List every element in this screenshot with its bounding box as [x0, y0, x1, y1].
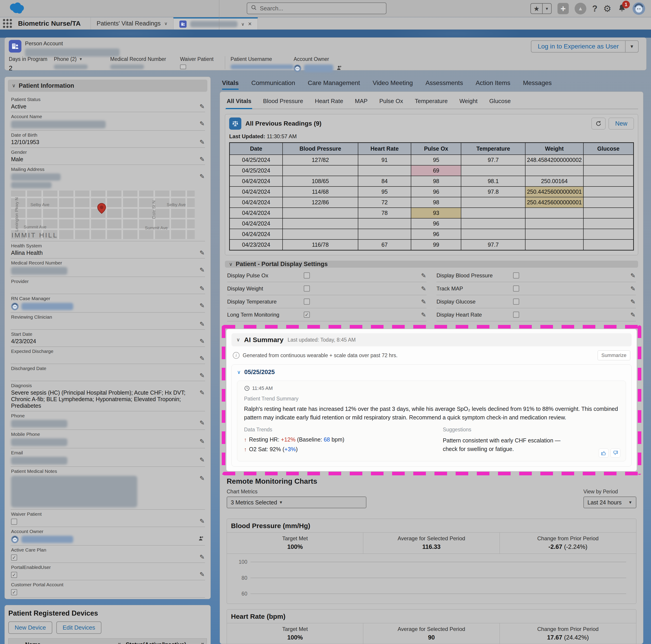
ai-date-toggle[interactable]: ∨ 05/25/2025: [237, 369, 626, 376]
tab-dropdown-icon[interactable]: ∨: [241, 22, 245, 27]
subtab-pulse-ox[interactable]: Pulse Ox: [379, 98, 403, 105]
tab-communication[interactable]: Communication: [251, 79, 295, 87]
setup-gear-icon[interactable]: ⚙: [603, 3, 611, 14]
checkbox-portalenableduser[interactable]: ✓: [11, 572, 17, 578]
subtab-glucose[interactable]: Glucose: [489, 98, 510, 105]
nav-tab-patients-vital-readings[interactable]: Patients' Vital Readings ∨: [91, 17, 173, 30]
refresh-button[interactable]: [591, 118, 606, 129]
change-owner-icon[interactable]: [336, 64, 343, 72]
tab-action-items[interactable]: Action Items: [476, 79, 510, 87]
setting-checkbox-long-term-monitoring[interactable]: ✓: [304, 312, 310, 318]
edit-pencil-icon[interactable]: ✎: [199, 571, 205, 578]
edit-pencil-icon[interactable]: ✎: [421, 272, 426, 280]
edit-pencil-icon[interactable]: ✎: [199, 321, 205, 328]
edit-pencil-icon[interactable]: ✎: [421, 285, 426, 292]
subtab-map[interactable]: MAP: [355, 98, 368, 105]
tab-close-icon[interactable]: ×: [248, 21, 252, 28]
edit-pencil-icon[interactable]: ✎: [199, 518, 205, 525]
setting-checkbox-display-heart-rate[interactable]: [513, 312, 519, 318]
edit-pencil-icon[interactable]: ✎: [199, 338, 205, 345]
edit-pencil-icon[interactable]: ✎: [199, 554, 205, 561]
chevron-down-icon[interactable]: ∨: [201, 641, 205, 644]
address-map[interactable]: Selby Ave Selby Ave Summit Ave Summit Av…: [11, 191, 195, 239]
edit-pencil-icon[interactable]: ✎: [199, 419, 205, 427]
edit-pencil-icon[interactable]: ✎: [199, 389, 205, 397]
nav-tab-patient-record[interactable]: ∨ ×: [173, 17, 257, 30]
chevron-down-icon[interactable]: ∨: [118, 641, 121, 644]
checkbox-customer-portal-account[interactable]: ✓: [11, 589, 17, 595]
devices-col-status[interactable]: Status(Active/Inactive)∨: [123, 639, 207, 644]
new-device-button[interactable]: New Device: [8, 621, 52, 634]
chart-metrics-combobox[interactable]: 3 Metrics Selected ▼: [227, 497, 366, 508]
tab-messages[interactable]: Messages: [523, 79, 552, 87]
setting-checkbox-display-glucose[interactable]: [513, 298, 519, 305]
subtab-heart-rate[interactable]: Heart Rate: [315, 98, 343, 105]
tab-dropdown-icon[interactable]: ∨: [164, 21, 168, 26]
edit-pencil-icon[interactable]: ✎: [199, 372, 205, 379]
setting-checkbox-display-pulse-ox[interactable]: [304, 272, 310, 279]
edit-pencil-icon[interactable]: ✎: [199, 139, 205, 146]
chevron-down-icon[interactable]: ▼: [79, 57, 83, 62]
tab-care-management[interactable]: Care Management: [308, 79, 360, 87]
thumbs-up-button[interactable]: [599, 448, 609, 458]
edit-pencil-icon[interactable]: ✎: [630, 298, 636, 305]
setting-checkbox-display-weight[interactable]: [304, 286, 310, 292]
thumbs-down-button[interactable]: [611, 448, 620, 458]
patient-information-header[interactable]: ∨ Patient Information: [8, 80, 207, 92]
ai-summary-header[interactable]: ∨ AI Summary Last updated: Today, 8:45 A…: [231, 333, 631, 346]
setting-checkbox-display-temperature[interactable]: [304, 298, 310, 305]
edit-pencil-icon[interactable]: ✎: [199, 438, 205, 445]
edit-pencil-icon[interactable]: ✎: [199, 103, 205, 110]
change-owner-icon[interactable]: [198, 535, 205, 543]
edit-pencil-icon[interactable]: ✎: [199, 302, 205, 310]
user-avatar[interactable]: [632, 2, 645, 15]
global-actions-icon[interactable]: +: [557, 3, 569, 14]
edit-pencil-icon[interactable]: ✎: [199, 475, 205, 482]
setting-checkbox-track-map[interactable]: [513, 286, 519, 292]
notifications-bell[interactable]: 1: [617, 3, 627, 14]
login-as-user-button[interactable]: Log in to Experience as User ▼: [531, 40, 639, 53]
subtab-all-vitals[interactable]: All Vitals: [227, 98, 251, 105]
help-icon[interactable]: ?: [592, 4, 597, 13]
edit-pencil-icon[interactable]: ✎: [199, 173, 205, 180]
tab-video-meeting[interactable]: Video Meeting: [373, 79, 413, 87]
favorites-dropdown-icon[interactable]: ▾: [542, 4, 551, 13]
edit-pencil-icon[interactable]: ✎: [199, 457, 205, 464]
new-reading-button[interactable]: New: [609, 118, 634, 129]
checkbox-waiver-patient[interactable]: [11, 519, 17, 525]
edit-pencil-icon[interactable]: ✎: [421, 312, 426, 319]
star-icon[interactable]: ★: [531, 4, 542, 13]
edit-pencil-icon[interactable]: ✎: [199, 266, 205, 274]
edit-devices-button[interactable]: Edit Devices: [56, 621, 102, 634]
checkbox-active-care-plan[interactable]: ✓: [11, 554, 17, 561]
collapse-icon[interactable]: ∨: [237, 337, 240, 343]
edit-pencil-icon[interactable]: ✎: [199, 156, 205, 163]
collapse-icon[interactable]: ∨: [12, 83, 16, 89]
view-by-period-dropdown[interactable]: Last 24 hours ▼: [583, 497, 637, 508]
edit-pencil-icon[interactable]: ✎: [630, 272, 636, 280]
edit-pencil-icon[interactable]: ✎: [199, 355, 205, 362]
global-search[interactable]: Search...: [247, 2, 386, 14]
edit-pencil-icon[interactable]: ✎: [630, 312, 636, 319]
edit-pencil-icon[interactable]: ✎: [421, 298, 426, 305]
trailhead-icon[interactable]: ▲: [575, 3, 586, 14]
subtab-blood-pressure[interactable]: Blood Pressure: [263, 98, 303, 105]
edit-pencil-icon[interactable]: ✎: [199, 250, 205, 257]
summarize-button[interactable]: Summarize: [598, 350, 630, 360]
login-dropdown-icon[interactable]: ▼: [625, 41, 638, 52]
collapse-icon[interactable]: ∨: [229, 261, 232, 267]
edit-pencil-icon[interactable]: ✎: [199, 120, 205, 127]
edit-pencil-icon[interactable]: ✎: [199, 285, 205, 292]
subtab-temperature[interactable]: Temperature: [415, 98, 448, 105]
tab-assessments[interactable]: Assessments: [426, 79, 463, 87]
devices-col-name[interactable]: Name∨: [23, 639, 123, 644]
subtab-weight[interactable]: Weight: [460, 98, 477, 105]
favorites-button[interactable]: ★ ▾: [530, 3, 552, 14]
tab-vitals[interactable]: Vitals: [222, 79, 239, 87]
setting-checkbox-display-blood-pressure[interactable]: [513, 272, 519, 279]
edit-pencil-icon[interactable]: ✎: [630, 285, 636, 292]
app-launcher-icon[interactable]: [0, 17, 15, 30]
chevron-down-icon[interactable]: ∨: [237, 369, 241, 375]
waiver-patient-checkbox[interactable]: [180, 64, 186, 69]
portal-display-settings-header[interactable]: ∨ Patient - Portal Display Settings: [225, 261, 638, 268]
